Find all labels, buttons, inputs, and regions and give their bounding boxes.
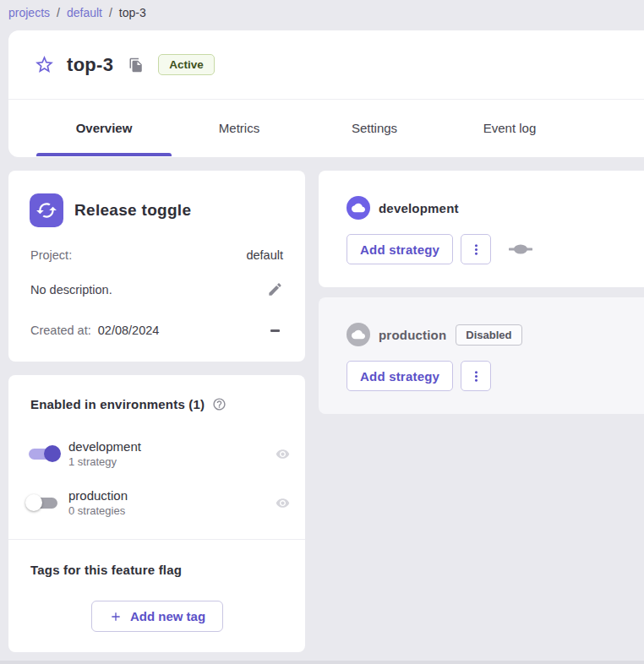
description-text: No description.	[30, 283, 112, 297]
plus-icon	[109, 610, 123, 623]
kebab-menu-button[interactable]	[461, 361, 491, 391]
feature-header-row: top-3 Active	[8, 30, 644, 100]
breadcrumb-separator: /	[57, 6, 60, 19]
section-divider	[8, 539, 305, 540]
environment-card-name: production	[379, 328, 446, 342]
description-row: No description.	[30, 281, 283, 297]
page-title: top-3	[67, 54, 113, 76]
eye-icon[interactable]	[276, 496, 290, 510]
flag-details-card: Release toggle Project: default No descr…	[8, 171, 305, 362]
environment-card-actions: Add strategy	[347, 361, 491, 391]
environment-card-development: development Add strategy	[319, 171, 644, 287]
minus-icon	[270, 329, 280, 332]
environment-toggle-production[interactable]	[24, 493, 63, 512]
breadcrumb-current: top-3	[119, 6, 146, 19]
tab-event-log[interactable]: Event log	[442, 100, 577, 156]
flag-type-label: Release toggle	[74, 201, 191, 220]
environments-panel-header: Enabled in environments (1)	[30, 397, 226, 411]
window-bottom-edge	[0, 661, 644, 664]
project-row: Project: default	[30, 248, 283, 262]
tab-bar: Overview Metrics Settings Event log	[8, 100, 644, 156]
cloud-icon	[347, 323, 370, 346]
environment-card-header: development	[347, 196, 459, 220]
breadcrumb-separator: /	[109, 6, 112, 19]
project-label: Project:	[30, 248, 72, 262]
environment-strategy-count: 1 strategy	[68, 455, 276, 468]
release-toggle-sync-icon	[30, 193, 63, 227]
favorite-star-icon[interactable]	[34, 54, 55, 75]
environment-card-name: development	[379, 201, 459, 215]
environment-toggle-row-development: development 1 strategy	[24, 434, 290, 473]
created-at-label: Created at:	[30, 324, 91, 337]
breadcrumb-link-default[interactable]: default	[67, 6, 102, 19]
environment-name: production	[68, 488, 276, 503]
environment-card-header: production Disabled	[347, 323, 522, 346]
environment-toggle-row-production: production 0 strategies	[24, 483, 290, 522]
copy-icon[interactable]	[128, 57, 144, 73]
environment-card-actions: Add strategy	[347, 234, 532, 264]
cloud-icon	[347, 196, 370, 220]
tab-settings[interactable]: Settings	[307, 100, 442, 156]
tab-metrics[interactable]: Metrics	[172, 100, 307, 156]
environments-panel-card: Enabled in environments (1) development …	[8, 375, 305, 652]
environment-card-production: production Disabled Add strategy	[319, 297, 644, 414]
environment-name: development	[68, 439, 276, 454]
add-new-tag-label: Add new tag	[130, 609, 205, 623]
add-strategy-button[interactable]: Add strategy	[347, 361, 453, 391]
environments-panel-title: Enabled in environments (1)	[30, 397, 205, 411]
project-value[interactable]: default	[246, 248, 283, 262]
created-at-value: 02/08/2024	[98, 324, 160, 337]
environment-toggle-development[interactable]	[24, 444, 63, 463]
breadcrumb-link-projects[interactable]: projects	[8, 6, 50, 19]
disabled-badge: Disabled	[456, 324, 521, 346]
help-circle-icon[interactable]	[212, 397, 226, 411]
tags-panel-title: Tags for this feature flag	[30, 563, 182, 577]
lifecycle-icon[interactable]	[509, 244, 532, 254]
eye-icon[interactable]	[276, 447, 290, 461]
breadcrumb: projects / default / top-3	[8, 3, 146, 23]
add-strategy-button[interactable]: Add strategy	[347, 234, 453, 264]
feature-header-card: top-3 Active Overview Metrics Settings E…	[8, 30, 644, 157]
status-badge: Active	[158, 54, 215, 75]
kebab-menu-button[interactable]	[461, 234, 491, 264]
environment-strategy-count: 0 strategies	[68, 504, 276, 517]
add-new-tag-button[interactable]: Add new tag	[91, 601, 223, 632]
edit-description-pencil-icon[interactable]	[267, 281, 283, 297]
created-at-row: Created at: 02/08/2024	[30, 324, 283, 337]
tab-overview[interactable]: Overview	[36, 100, 172, 156]
